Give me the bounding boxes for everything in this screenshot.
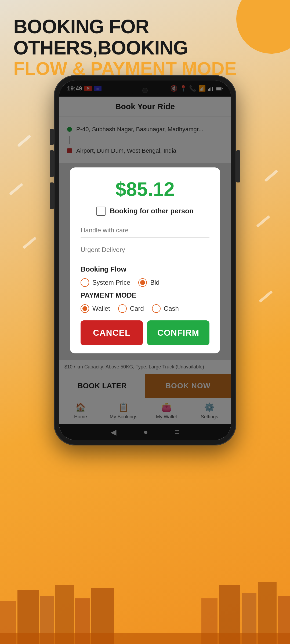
dash-2 [9, 183, 23, 195]
booking-flow-options: System Price Bid [81, 278, 209, 287]
phone-volume-bot [50, 182, 54, 209]
radio-bid-outer[interactable] [138, 278, 147, 287]
radio-wallet[interactable]: Wallet [81, 304, 110, 313]
phone-outer: 19:49 M m 🔇 📍 📞 📶 [54, 75, 236, 445]
dash-4 [259, 290, 273, 303]
phone-container: 19:49 M m 🔇 📍 📞 📶 [54, 75, 236, 445]
phone-volume-mid [50, 150, 54, 177]
payment-mode-options: Wallet Card [81, 304, 209, 313]
radio-system-price-label: System Price [92, 279, 130, 286]
phone-power-btn [236, 150, 240, 182]
modal-overlay: $85.12 Booking for other person Booking … [59, 80, 231, 440]
booking-modal: $85.12 Booking for other person Booking … [70, 167, 220, 353]
dash-6 [256, 215, 270, 228]
radio-card-label: Card [130, 305, 144, 312]
phone-screen: 19:49 M m 🔇 📍 📞 📶 [59, 80, 231, 440]
booking-other-checkbox[interactable] [96, 207, 106, 216]
radio-card-outer[interactable] [118, 304, 127, 313]
booking-other-label: Booking for other person [110, 207, 194, 215]
urgent-delivery-input[interactable] [81, 243, 209, 257]
radio-system-price-outer[interactable] [81, 278, 89, 287]
radio-wallet-outer[interactable] [81, 304, 89, 313]
app-background: 19:49 M m 🔇 📍 📞 📶 [59, 80, 231, 440]
radio-cash[interactable]: Cash [152, 304, 179, 313]
handle-with-care-input[interactable] [81, 223, 209, 237]
city-skyline [0, 558, 290, 644]
radio-bid[interactable]: Bid [138, 278, 160, 287]
confirm-button[interactable]: CONFIRM [147, 320, 209, 345]
radio-wallet-label: Wallet [92, 305, 110, 312]
dash-5 [264, 170, 278, 182]
radio-bid-label: Bid [150, 279, 160, 286]
svg-rect-18 [0, 633, 290, 644]
booking-flow-label: Booking Flow [81, 265, 209, 273]
modal-buttons: CANCEL CONFIRM [81, 320, 209, 345]
radio-bid-inner [140, 280, 145, 285]
dash-3 [23, 237, 37, 249]
radio-cash-label: Cash [164, 305, 179, 312]
radio-wallet-inner [82, 306, 87, 311]
phone-volume-top [50, 129, 54, 145]
radio-card[interactable]: Card [118, 304, 144, 313]
header-line2: FLOW & PAYMENT MODE [13, 58, 290, 79]
radio-cash-outer[interactable] [152, 304, 161, 313]
header-line1: BOOKING FOR OTHERS,BOOKING [13, 16, 290, 58]
payment-mode-label: PAYMENT MODE [81, 291, 209, 299]
cancel-button[interactable]: CANCEL [81, 320, 143, 345]
header-section: BOOKING FOR OTHERS,BOOKING FLOW & PAYMEN… [13, 16, 290, 79]
booking-other-row[interactable]: Booking for other person [81, 207, 209, 216]
modal-price: $85.12 [81, 178, 209, 200]
dash-1 [17, 135, 31, 147]
radio-system-price[interactable]: System Price [81, 278, 130, 287]
